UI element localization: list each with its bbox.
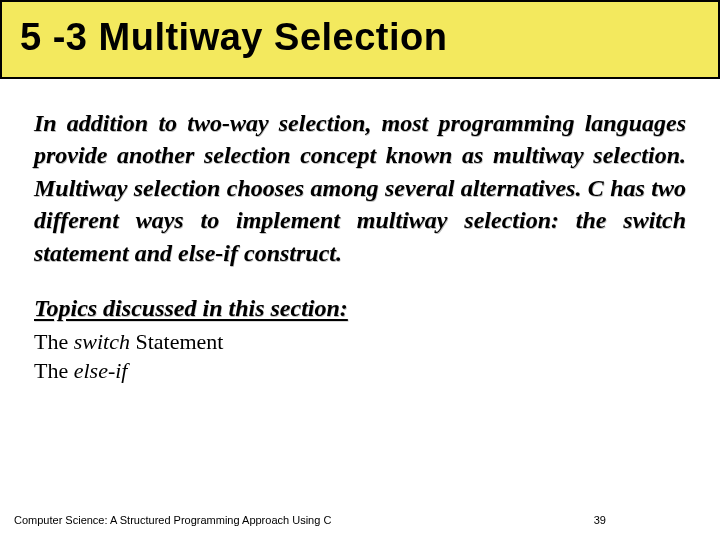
topic-elseif-keyword: else-if <box>74 358 128 383</box>
topic-switch-keyword: switch <box>74 329 130 354</box>
footer: Computer Science: A Structured Programmi… <box>14 514 706 526</box>
slide-title: 5 -3 Multiway Selection <box>20 16 700 59</box>
title-bar: 5 -3 Multiway Selection <box>0 0 720 79</box>
intro-paragraph: In addition to two-way selection, most p… <box>34 107 686 269</box>
topic-item-switch: The switch Statement <box>34 328 686 357</box>
topic-item-elseif: The else-if <box>34 357 686 386</box>
topics-heading: Topics discussed in this section: <box>34 295 686 322</box>
slide-body: In addition to two-way selection, most p… <box>0 79 720 385</box>
topic-prefix: The <box>34 358 74 383</box>
topic-suffix: Statement <box>130 329 223 354</box>
footer-page-number: 39 <box>594 514 706 526</box>
footer-book-title: Computer Science: A Structured Programmi… <box>14 514 331 526</box>
topics-list: The switch Statement The else-if <box>34 328 686 385</box>
topic-prefix: The <box>34 329 74 354</box>
